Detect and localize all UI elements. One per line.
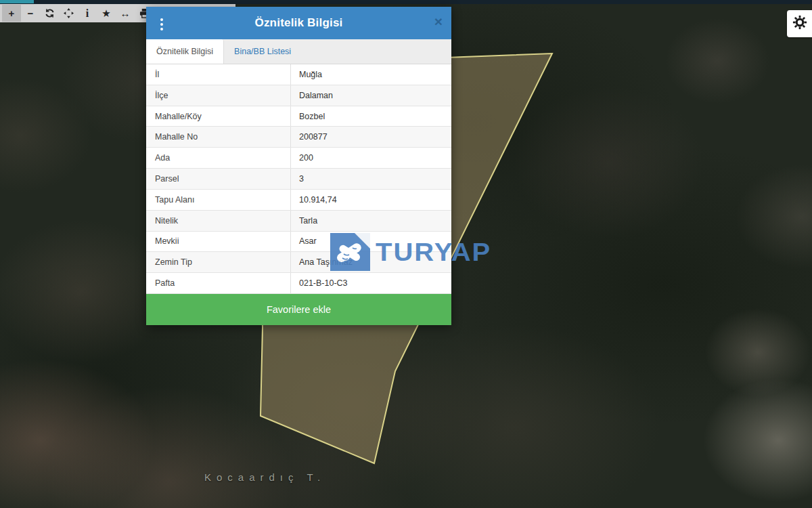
row-label: Mevkii [146, 236, 290, 246]
modal-header: Öznitelik Bilgisi × [146, 7, 451, 39]
table-row: Mahalle/KöyBozbel [146, 106, 451, 127]
table-row: NitelikTarla [146, 211, 451, 232]
row-value: 021-B-10-C3 [290, 273, 451, 293]
measure-button[interactable]: ↔ [116, 5, 135, 22]
modal-tabs: Öznitelik Bilgisi Bina/BB Listesi [146, 39, 451, 64]
row-label: İlçe [146, 91, 290, 100]
top-strip-accent [0, 0, 34, 3]
row-label: Tapu Alanı [146, 195, 290, 205]
table-row: Ada200 [146, 148, 451, 169]
refresh-icon [45, 8, 55, 18]
attribute-table: İlMuğla İlçeDalaman Mahalle/KöyBozbel Ma… [146, 64, 451, 294]
table-row: İlMuğla [146, 64, 451, 85]
move-icon [64, 8, 74, 18]
favorites-button[interactable]: ★ [97, 5, 116, 22]
tab-oznitelik-bilgisi[interactable]: Öznitelik Bilgisi [146, 39, 224, 64]
refresh-button[interactable] [40, 5, 59, 22]
attribute-info-modal: Öznitelik Bilgisi × Öznitelik Bilgisi Bi… [146, 7, 451, 325]
row-value: Bozbel [290, 106, 451, 127]
close-icon[interactable]: × [434, 14, 443, 28]
info-button[interactable]: i [78, 5, 97, 22]
row-value: Dalaman [290, 85, 451, 106]
row-value: Tarla [290, 211, 451, 231]
row-label: Mahalle/Köy [146, 112, 290, 121]
info-icon: i [86, 7, 89, 20]
table-row: Zemin TipAna Taşınmaz [146, 252, 451, 273]
modal-title: Öznitelik Bilgisi [146, 16, 451, 30]
table-row: İlçeDalaman [146, 85, 451, 106]
table-row: Parsel3 [146, 169, 451, 190]
zoom-in-button[interactable]: + [2, 5, 21, 22]
row-value: Ana Taşınmaz [290, 252, 451, 272]
plus-icon: + [9, 7, 15, 19]
star-icon: ★ [102, 7, 110, 20]
gear-icon [792, 15, 812, 33]
row-label: Nitelik [146, 216, 290, 226]
row-label: Zemin Tip [146, 257, 290, 267]
row-value: Asar [290, 232, 451, 252]
row-value: Muğla [290, 64, 451, 85]
row-label: Pafta [146, 278, 290, 288]
row-label: Ada [146, 153, 290, 163]
row-value: 3 [290, 169, 451, 189]
minus-icon: − [28, 7, 34, 19]
table-row: Mahalle No200877 [146, 127, 451, 148]
row-value: 200877 [290, 127, 451, 147]
pan-button[interactable] [59, 5, 78, 22]
table-row: Tapu Alanı10.914,74 [146, 190, 451, 211]
table-row: Pafta021-B-10-C3 [146, 273, 451, 294]
zoom-out-button[interactable]: − [21, 5, 40, 22]
row-label: İl [146, 70, 290, 79]
add-to-favorites-button[interactable]: Favorilere ekle [146, 294, 451, 325]
row-value: 200 [290, 148, 451, 168]
horizontal-arrow-icon: ↔ [120, 7, 131, 19]
kebab-menu-icon[interactable] [158, 16, 165, 33]
row-value: 10.914,74 [290, 190, 451, 210]
row-label: Parsel [146, 174, 290, 184]
settings-button[interactable] [787, 10, 812, 37]
table-row: MevkiiAsar [146, 232, 451, 253]
map-place-label: Kocaardıç T. [204, 471, 325, 483]
row-label: Mahalle No [146, 132, 290, 142]
tab-bina-bb-listesi[interactable]: Bina/BB Listesi [224, 39, 301, 64]
